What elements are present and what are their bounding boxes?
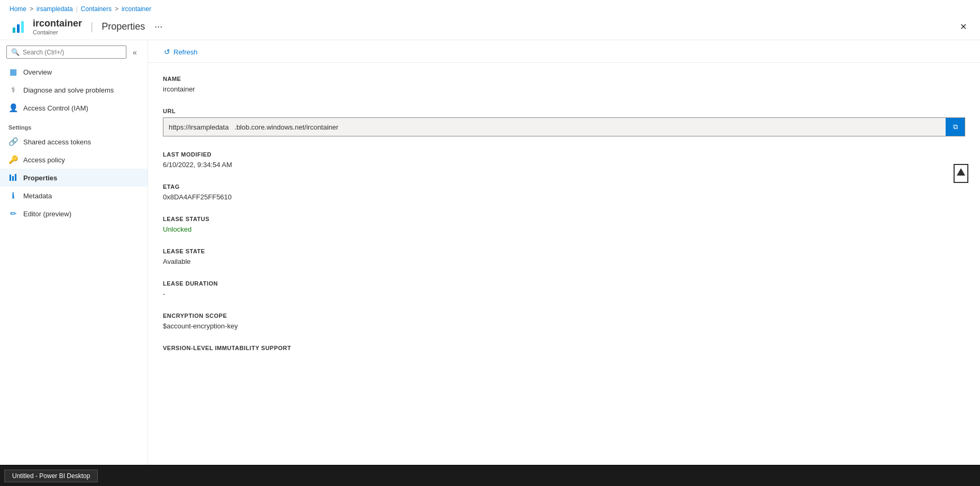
resource-name: ircontainer [33, 18, 82, 29]
version-immutability-label: VERSION-LEVEL IMMUTABILITY SUPPORT [163, 345, 965, 351]
sidebar-item-label-iam: Access Control (IAM) [23, 104, 88, 112]
sidebar-item-label-properties: Properties [23, 174, 57, 182]
overview-icon: ▦ [8, 67, 18, 77]
main-content: ↺ Refresh NAME ircontainer URL ⧉ [148, 40, 980, 486]
refresh-button[interactable]: ↺ Refresh [161, 45, 201, 58]
breadcrumb-container[interactable]: ircontainer [122, 5, 151, 13]
properties-icon [8, 173, 18, 182]
breadcrumb-pipe: | [76, 5, 78, 13]
close-button[interactable]: ✕ [956, 20, 970, 34]
sidebar-item-properties[interactable]: Properties [0, 169, 148, 187]
page-header: ircontainer Container | Properties ··· ✕ [0, 16, 980, 40]
azure-bars-icon [13, 21, 24, 33]
sidebar-item-label-overview: Overview [23, 68, 52, 76]
copy-url-button[interactable]: ⧉ [946, 118, 965, 136]
etag-label: ETAG [163, 184, 965, 190]
collapse-sidebar-button[interactable]: « [129, 46, 141, 59]
search-box: 🔍 [6, 45, 126, 59]
sidebar-item-label-access-policy: Access policy [23, 156, 65, 164]
lease-status-field-group: LEASE STATUS Unlocked [163, 216, 965, 233]
sidebar-nav: ▦ Overview ⚕ Diagnose and solve problems… [0, 63, 148, 486]
editor-icon: ✏ [8, 209, 18, 218]
sidebar-item-overview[interactable]: ▦ Overview [0, 63, 148, 81]
sidebar-item-label-metadata: Metadata [23, 192, 52, 200]
sidebar-item-label-diagnose: Diagnose and solve problems [23, 86, 114, 94]
sas-icon: 🔗 [8, 137, 18, 146]
sidebar-item-access-policy[interactable]: 🔑 Access policy [0, 151, 148, 169]
encryption-scope-value: $account-encryption-key [163, 322, 965, 330]
copy-icon: ⧉ [953, 123, 958, 131]
settings-section-label: Settings [0, 117, 148, 133]
svg-rect-0 [10, 175, 11, 181]
sidebar-item-label-sas: Shared access tokens [23, 138, 91, 146]
header-title-block: ircontainer Container [33, 18, 82, 35]
policy-icon: 🔑 [8, 155, 18, 164]
breadcrumb-containers[interactable]: Containers [81, 5, 112, 13]
properties-content: NAME ircontainer URL ⧉ LAST MODIFIED 6/1… [148, 63, 980, 379]
header-left: ircontainer Container | Properties ··· [10, 18, 166, 35]
etag-value: 0x8DA4AFF25FF5610 [163, 193, 965, 201]
svg-rect-2 [15, 174, 16, 181]
toolbar: ↺ Refresh [148, 40, 980, 63]
url-input[interactable] [163, 120, 946, 134]
breadcrumb-storage[interactable]: irsampledata [36, 5, 73, 13]
lease-state-label: LEASE STATE [163, 248, 965, 254]
name-label: NAME [163, 76, 965, 82]
lease-state-value: Available [163, 258, 965, 265]
sidebar-item-diagnose[interactable]: ⚕ Diagnose and solve problems [0, 81, 148, 99]
metadata-icon: ℹ [8, 191, 18, 200]
sidebar-item-iam[interactable]: 👤 Access Control (IAM) [0, 99, 148, 117]
iam-icon: 👤 [8, 103, 18, 113]
version-immutability-field-group: VERSION-LEVEL IMMUTABILITY SUPPORT [163, 345, 965, 351]
refresh-icon: ↺ [164, 48, 170, 56]
lease-status-value: Unlocked [163, 225, 965, 233]
svg-rect-1 [12, 176, 14, 181]
search-icon: 🔍 [11, 48, 20, 56]
refresh-label: Refresh [173, 48, 198, 56]
encryption-scope-field-group: ENCRYPTION SCOPE $account-encryption-key [163, 313, 965, 330]
sidebar-item-label-editor: Editor (preview) [23, 210, 71, 218]
scroll-up-button[interactable] [951, 164, 970, 183]
header-pipe: | [90, 21, 93, 33]
main-layout: 🔍 « ▦ Overview ⚕ Diagnose and solve prob… [0, 40, 980, 486]
name-value: ircontainer [163, 85, 965, 93]
resource-type: Container [33, 29, 82, 35]
name-field-group: NAME ircontainer [163, 76, 965, 93]
breadcrumb-sep2: > [115, 5, 118, 13]
header-ellipsis-menu[interactable]: ··· [151, 21, 166, 32]
sidebar-item-sas[interactable]: 🔗 Shared access tokens [0, 133, 148, 151]
encryption-scope-label: ENCRYPTION SCOPE [163, 313, 965, 319]
search-input[interactable] [23, 49, 122, 56]
last-modified-field-group: LAST MODIFIED 6/10/2022, 9:34:54 AM [163, 151, 965, 169]
sidebar: 🔍 « ▦ Overview ⚕ Diagnose and solve prob… [0, 40, 148, 486]
last-modified-value: 6/10/2022, 9:34:54 AM [163, 161, 965, 169]
lease-state-field-group: LEASE STATE Available [163, 248, 965, 265]
url-box: ⧉ [163, 117, 965, 136]
breadcrumb-sep1: > [30, 5, 33, 13]
breadcrumb-home[interactable]: Home [10, 5, 26, 13]
diagnose-icon: ⚕ [8, 85, 18, 95]
breadcrumb: Home > irsampledata | Containers > ircon… [0, 0, 980, 16]
last-modified-label: LAST MODIFIED [163, 151, 965, 158]
taskbar-item-powerbi[interactable]: Untitled - Power BI Desktop [4, 470, 98, 482]
sidebar-item-editor[interactable]: ✏ Editor (preview) [0, 205, 148, 223]
sidebar-item-metadata[interactable]: ℹ Metadata [0, 187, 148, 205]
lease-duration-value: - [163, 290, 965, 298]
url-label: URL [163, 108, 965, 114]
etag-field-group: ETAG 0x8DA4AFF25FF5610 [163, 184, 965, 201]
lease-duration-label: LEASE DURATION [163, 280, 965, 287]
lease-status-label: LEASE STATUS [163, 216, 965, 222]
sidebar-search-area: 🔍 « [0, 40, 148, 63]
resource-icon [10, 19, 26, 35]
lease-duration-field-group: LEASE DURATION - [163, 280, 965, 298]
page-title: Properties [102, 21, 145, 32]
taskbar: Untitled - Power BI Desktop [0, 465, 980, 486]
url-field-group: URL ⧉ [163, 108, 965, 136]
